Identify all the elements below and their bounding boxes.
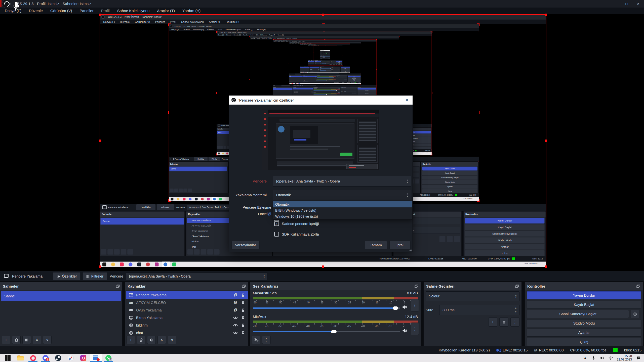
checkbox-checked-icon[interactable]: ✓ — [274, 221, 279, 226]
menu-item[interactable]: Araçlar (T) — [153, 8, 179, 14]
eye-slash-icon[interactable]: Ø — [233, 293, 238, 297]
source-row[interactable]: abAFKYIM GELCEÖØ — [126, 299, 248, 306]
taskbar-app-whatsapp[interactable]: 7 — [103, 354, 114, 362]
lock-icon[interactable] — [241, 323, 245, 327]
eye-slash-icon[interactable]: Ø — [233, 300, 238, 305]
resize-grip-icon[interactable] — [409, 249, 412, 251]
taskbar-app-instagram[interactable] — [77, 354, 89, 362]
dropdown-option[interactable]: Otomatik — [273, 201, 412, 207]
scene-down-button[interactable]: ∨ — [43, 336, 52, 344]
taskbar-app-opera-gx[interactable] — [27, 354, 39, 362]
volume-slider[interactable] — [253, 329, 400, 335]
channel-menu-button[interactable]: ⋮ — [411, 323, 419, 335]
eye-slash-icon[interactable]: Ø — [233, 308, 238, 312]
dropdown-option[interactable]: BitBlt (Windows 7 ve üstü) — [273, 207, 412, 213]
menu-item[interactable]: Görünüm (V) — [47, 8, 76, 14]
channel-menu-button[interactable]: ⋮ — [411, 299, 419, 311]
advanced-audio-button[interactable] — [252, 336, 260, 344]
selection-handle[interactable] — [322, 14, 324, 16]
remove-source-button[interactable] — [137, 336, 145, 344]
selection-handle[interactable] — [99, 140, 101, 142]
scene-filters-button[interactable] — [22, 336, 31, 344]
mixer-menu-button[interactable]: ⋮ — [262, 336, 271, 344]
mixer-panel-header[interactable]: Ses Karıştırıcı — [250, 282, 421, 290]
transitions-panel-header[interactable]: Sahne Geçişleri — [424, 282, 521, 290]
menu-item[interactable]: Sahne Koleksiyonu — [113, 8, 153, 14]
control-button-ayarlar[interactable]: Ayarlar — [527, 329, 641, 337]
lock-icon[interactable] — [241, 316, 245, 320]
eye-icon[interactable] — [233, 316, 238, 319]
minimize-button[interactable]: – — [609, 0, 621, 8]
action-center-icon[interactable] — [635, 356, 642, 360]
control-button-sanal-kameray-ba-lat[interactable]: Sanal Kamerayı Başlat — [527, 310, 629, 318]
control-button--k-[interactable]: Çıkış — [527, 338, 641, 346]
popout-icon[interactable] — [415, 285, 418, 288]
taskbar-app-start[interactable] — [2, 354, 14, 362]
speaker-tray-icon[interactable] — [600, 356, 605, 360]
menu-item[interactable]: Paneller — [76, 8, 97, 14]
controls-panel-header[interactable]: Kontroller — [525, 282, 643, 290]
menu-item[interactable]: Yardım (H) — [179, 8, 204, 14]
method-select[interactable]: Otomatik ∧∨ — [273, 190, 411, 200]
checkbox-icon[interactable] — [274, 232, 279, 237]
source-row[interactable]: Oyun YakalamaØ — [126, 306, 248, 314]
dialog-title-bar[interactable]: 'Pencere Yakalama' için özellikler × — [229, 96, 413, 105]
duration-spinbox[interactable]: 300 ms ∧∨ — [439, 305, 519, 315]
source-up-button[interactable]: ∧ — [157, 336, 166, 344]
source-row[interactable]: chat — [126, 329, 248, 337]
dropdown-option[interactable]: Windows 10 (1903 ve üstü) — [273, 213, 412, 219]
scenes-panel-header[interactable]: Sahneler — [0, 282, 122, 290]
close-button[interactable]: × — [632, 0, 644, 8]
taskbar-app-steam[interactable] — [52, 354, 64, 362]
scene-item[interactable]: Sahne — [1, 291, 121, 301]
wifi-tray-icon[interactable] — [608, 356, 613, 360]
selection-handle[interactable] — [99, 14, 101, 16]
selection-handle[interactable] — [545, 265, 547, 268]
tray-expand-icon[interactable]: ∧ — [583, 356, 588, 360]
popout-icon[interactable] — [636, 285, 640, 288]
maximize-button[interactable]: □ — [621, 0, 632, 8]
volume-slider[interactable] — [253, 305, 400, 311]
selection-handle[interactable] — [545, 14, 547, 16]
source-row[interactable]: Ekran Yakalama — [126, 314, 248, 322]
add-transition-button[interactable]: + — [488, 318, 497, 327]
lock-icon[interactable] — [241, 301, 245, 305]
speaker-icon[interactable] — [402, 305, 407, 310]
lock-icon[interactable] — [241, 308, 245, 312]
control-button-st-dyo-modu[interactable]: Stüdyo Modu — [527, 319, 641, 327]
microphone-tray-icon[interactable] — [591, 356, 596, 360]
force-sdr-checkbox-row[interactable]: SDR Kullanmaya Zorla — [274, 232, 319, 237]
filters-button[interactable]: Filtreler — [83, 272, 107, 280]
window-combo[interactable]: [opera.exe]: Ana Sayfa - Twitch - Opera … — [126, 273, 268, 280]
selection-handle[interactable] — [99, 265, 101, 268]
add-source-button[interactable]: + — [127, 336, 135, 344]
source-properties-button[interactable] — [147, 336, 156, 344]
ok-button[interactable]: Tamam — [365, 241, 387, 249]
source-row[interactable]: Pencere YakalamaØ — [126, 291, 248, 299]
defaults-button[interactable]: Varsayılanlar — [231, 241, 260, 249]
popout-icon[interactable] — [242, 285, 246, 288]
control-button-kayd-ba-lat[interactable]: Kaydı Başlat — [527, 301, 641, 309]
control-button-yay-n-durdur[interactable]: Yayını Durdur — [527, 291, 641, 299]
popout-icon[interactable] — [116, 285, 120, 288]
selection-handle[interactable] — [322, 265, 324, 268]
transition-menu-button[interactable]: ⋮ — [510, 318, 519, 327]
selection-handle[interactable] — [545, 140, 547, 142]
menu-item[interactable]: Düzenle — [25, 8, 47, 14]
eye-icon[interactable] — [233, 331, 238, 334]
window-content-checkbox-row[interactable]: ✓ Sadece pencere içeriği — [274, 221, 319, 226]
scene-up-button[interactable]: ∧ — [33, 336, 41, 344]
virtual-camera-settings-button[interactable] — [631, 310, 639, 318]
popout-icon[interactable] — [515, 285, 519, 288]
remove-scene-button[interactable] — [12, 336, 21, 344]
transition-select[interactable]: Soldur ∧∨ — [426, 291, 519, 301]
dialog-close-icon[interactable]: × — [401, 97, 413, 103]
add-scene-button[interactable]: + — [2, 336, 10, 344]
source-down-button[interactable]: ∨ — [168, 336, 176, 344]
lock-icon[interactable] — [241, 331, 245, 335]
taskbar-clock[interactable]: 15:28 21.09.2023 — [617, 355, 632, 361]
source-row[interactable]: bildirim — [126, 322, 248, 329]
taskbar-app-snip[interactable] — [65, 354, 76, 362]
cancel-button[interactable]: İptal — [389, 241, 411, 249]
taskbar-app-discord[interactable]: 1 — [40, 354, 51, 362]
